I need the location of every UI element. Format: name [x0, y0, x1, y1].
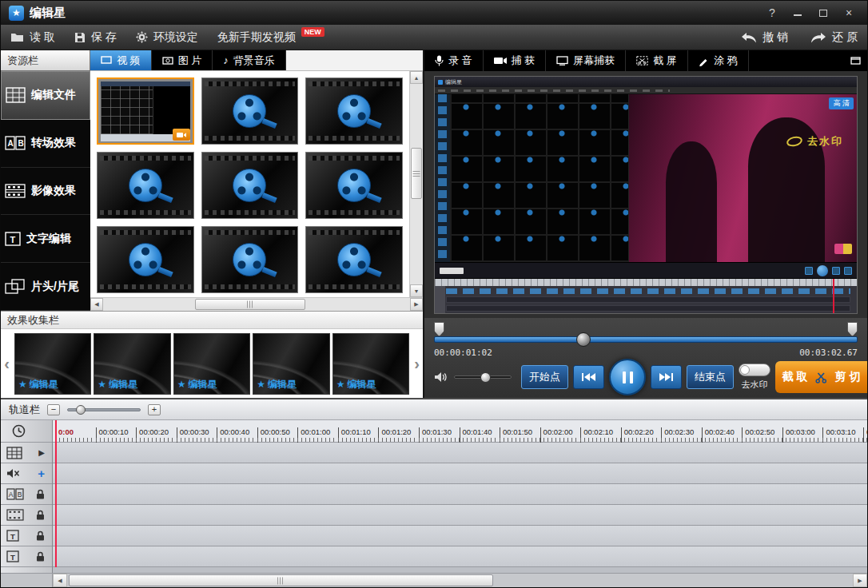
tab-doodle[interactable]: 涂 鸦: [688, 50, 749, 71]
next-button[interactable]: [651, 365, 682, 389]
capture-button[interactable]: 截 取: [782, 370, 808, 384]
maximize-button[interactable]: [813, 5, 834, 21]
app-window: ★ 编辑星 ? × 读 取 保 存 环境设定 免新手期发视频 NEW: [0, 0, 868, 588]
close-button[interactable]: ×: [838, 5, 859, 21]
hscroll-thumb[interactable]: [195, 299, 305, 310]
playback-position-knob[interactable]: [576, 332, 591, 347]
pause-icon: [623, 371, 626, 383]
effect-thumb[interactable]: ★编辑星: [253, 333, 329, 395]
popout-button[interactable]: [843, 50, 867, 71]
audio-track-lane[interactable]: [53, 463, 867, 484]
audio-track-header[interactable]: +: [1, 463, 52, 484]
scroll-left-button[interactable]: ◀: [90, 298, 103, 311]
tab-video[interactable]: 视 频: [90, 50, 152, 70]
tab-music[interactable]: ♪ 背景音乐: [213, 50, 286, 70]
effect-track-header[interactable]: [1, 505, 52, 526]
volume-slider[interactable]: [454, 375, 512, 379]
load-button[interactable]: 读 取: [10, 30, 55, 45]
vscroll-thumb[interactable]: [411, 148, 422, 199]
play-icon[interactable]: ▶: [38, 449, 45, 457]
tab-screen-capture[interactable]: 屏幕捕获: [546, 50, 626, 71]
hscroll-track[interactable]: [103, 298, 410, 311]
video-track-header[interactable]: ▶: [1, 443, 52, 463]
timeline-ruler[interactable]: 0:0000:00:1000:00:2000:00:3000:00:4000:0…: [53, 420, 867, 443]
media-thumb[interactable]: [305, 226, 403, 293]
scroll-left-button[interactable]: ◀: [53, 574, 67, 587]
sidebar-item-video-effects[interactable]: 影像效果: [1, 168, 90, 216]
save-button[interactable]: 保 存: [74, 30, 117, 45]
remove-watermark-toggle[interactable]: 去水印: [739, 364, 770, 391]
scroll-right-button[interactable]: ▶: [410, 298, 423, 311]
tab-picture[interactable]: 图 片: [152, 50, 213, 70]
lock-icon[interactable]: [36, 489, 45, 499]
playhead[interactable]: [55, 420, 57, 567]
text-track-lane[interactable]: [53, 526, 867, 546]
media-horizontal-scrollbar[interactable]: ◀ ▶: [90, 297, 423, 311]
effect-thumb[interactable]: ★编辑星: [94, 333, 170, 395]
video-track-lane[interactable]: [53, 443, 867, 463]
vscroll-track[interactable]: [410, 84, 423, 284]
undo-button[interactable]: 撤 销: [741, 30, 788, 45]
trim-track[interactable]: [434, 336, 858, 343]
start-point-button[interactable]: 开始点: [521, 365, 568, 389]
trim-start-handle[interactable]: [434, 322, 444, 336]
previous-button[interactable]: [573, 365, 604, 389]
cut-button[interactable]: 剪 切: [834, 370, 860, 384]
trim-end-handle[interactable]: [847, 322, 858, 336]
transition-track-header[interactable]: AB: [1, 484, 52, 505]
pause-button[interactable]: [609, 359, 646, 395]
media-thumb[interactable]: [201, 77, 299, 145]
zoom-knob[interactable]: [76, 405, 86, 415]
text-track-2-header[interactable]: T: [1, 546, 52, 567]
zoom-out-button[interactable]: −: [47, 404, 60, 415]
tab-capture[interactable]: 捕 获: [484, 50, 547, 71]
scroll-right-button[interactable]: ▶: [853, 574, 867, 587]
preview-frame[interactable]: 编辑星 去水印 高 清: [434, 76, 858, 314]
volume-knob[interactable]: [480, 372, 491, 383]
watermark-overlay: 去水印: [786, 134, 843, 149]
effects-scroll-left-button[interactable]: ‹: [2, 356, 12, 371]
lock-icon[interactable]: [36, 551, 45, 562]
timeline-scrollbar[interactable]: ◀ ▶: [1, 573, 867, 587]
media-thumb[interactable]: [305, 152, 403, 219]
tab-screenshot[interactable]: 截 屏: [626, 50, 688, 71]
zoom-slider[interactable]: [67, 408, 141, 411]
timeline-scroll-thumb[interactable]: [69, 574, 493, 586]
minimize-button[interactable]: [787, 5, 808, 21]
media-thumb[interactable]: [97, 152, 194, 219]
scroll-down-button[interactable]: ▼: [410, 284, 423, 297]
redo-button[interactable]: 还 原: [810, 30, 858, 45]
media-thumb[interactable]: [97, 226, 194, 293]
settings-button[interactable]: 环境设定: [136, 30, 198, 45]
sidebar-item-transitions[interactable]: AB 转场效果: [1, 120, 90, 168]
speaker-icon[interactable]: [434, 371, 448, 383]
media-thumb[interactable]: [305, 77, 403, 145]
media-thumb[interactable]: [201, 152, 299, 219]
publish-button[interactable]: 免新手期发视频 NEW: [217, 30, 325, 45]
add-track-button[interactable]: +: [38, 467, 45, 479]
sidebar-item-edit-files[interactable]: 编辑文件: [1, 71, 90, 120]
timeline-scroll-track[interactable]: [67, 574, 853, 587]
scroll-up-button[interactable]: ▲: [410, 71, 423, 84]
text-track-header[interactable]: T: [1, 526, 52, 546]
sidebar-item-text-edit[interactable]: T 文字编辑: [1, 215, 90, 263]
effect-thumb[interactable]: ★编辑星: [332, 333, 409, 395]
lock-icon[interactable]: [36, 510, 45, 520]
lock-icon[interactable]: [36, 530, 45, 541]
help-button[interactable]: ?: [762, 5, 782, 21]
effect-thumb[interactable]: ★编辑星: [14, 333, 91, 395]
tab-record-audio[interactable]: 录 音: [424, 50, 484, 71]
toggle-switch[interactable]: [739, 364, 770, 376]
transition-track-lane[interactable]: [53, 484, 867, 505]
media-thumb-selected[interactable]: [97, 77, 194, 145]
effects-scroll-right-button[interactable]: ›: [412, 356, 422, 371]
text-track-2-lane[interactable]: [53, 546, 867, 567]
media-thumb[interactable]: [201, 226, 299, 293]
media-vertical-scrollbar[interactable]: ▲ ▼: [409, 71, 423, 297]
effect-thumb[interactable]: ★编辑星: [173, 333, 250, 395]
effect-track-lane[interactable]: [53, 505, 867, 526]
end-point-button[interactable]: 结束点: [687, 365, 734, 389]
sidebar-item-intro-outro[interactable]: 片头/片尾: [1, 263, 90, 311]
zoom-in-button[interactable]: +: [148, 404, 161, 415]
track-area[interactable]: 0:0000:00:1000:00:2000:00:3000:00:4000:0…: [53, 420, 867, 573]
